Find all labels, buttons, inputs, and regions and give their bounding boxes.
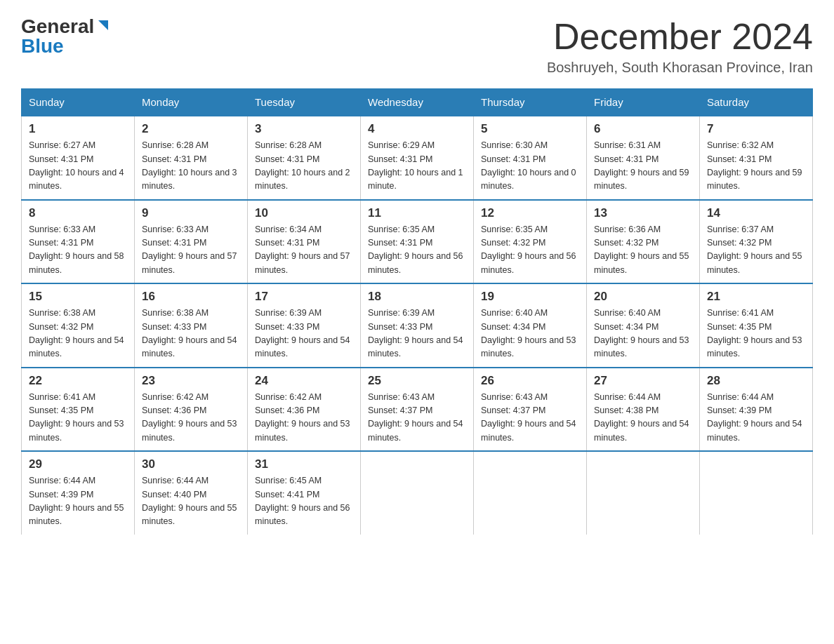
day-number: 10 bbox=[255, 206, 353, 220]
day-info: Sunrise: 6:44 AMSunset: 4:40 PMDaylight:… bbox=[142, 474, 240, 529]
day-info: Sunrise: 6:28 AMSunset: 4:31 PMDaylight:… bbox=[255, 139, 353, 194]
day-info: Sunrise: 6:44 AMSunset: 4:38 PMDaylight:… bbox=[594, 391, 692, 445]
day-number: 31 bbox=[255, 457, 353, 471]
header-thursday: Thursday bbox=[474, 89, 587, 116]
header-saturday: Saturday bbox=[700, 89, 813, 116]
day-number: 9 bbox=[142, 206, 240, 220]
day-info: Sunrise: 6:37 AMSunset: 4:32 PMDaylight:… bbox=[707, 223, 805, 278]
calendar-cell: 8Sunrise: 6:33 AMSunset: 4:31 PMDaylight… bbox=[22, 200, 135, 284]
calendar-cell: 7Sunrise: 6:32 AMSunset: 4:31 PMDaylight… bbox=[700, 116, 813, 200]
calendar-cell: 29Sunrise: 6:44 AMSunset: 4:39 PMDayligh… bbox=[22, 451, 135, 535]
day-info: Sunrise: 6:38 AMSunset: 4:33 PMDaylight:… bbox=[142, 307, 240, 361]
calendar-week-row: 1Sunrise: 6:27 AMSunset: 4:31 PMDaylight… bbox=[22, 116, 813, 200]
calendar-table: SundayMondayTuesdayWednesdayThursdayFrid… bbox=[21, 88, 813, 535]
day-number: 18 bbox=[368, 290, 466, 304]
logo-general-text: General bbox=[21, 17, 94, 36]
calendar-cell: 28Sunrise: 6:44 AMSunset: 4:39 PMDayligh… bbox=[700, 368, 813, 452]
day-number: 5 bbox=[481, 122, 579, 136]
day-number: 13 bbox=[594, 206, 692, 220]
day-number: 16 bbox=[142, 290, 240, 304]
day-info: Sunrise: 6:35 AMSunset: 4:31 PMDaylight:… bbox=[368, 223, 466, 278]
day-number: 29 bbox=[29, 457, 127, 471]
calendar-cell bbox=[587, 451, 700, 535]
calendar-cell: 26Sunrise: 6:43 AMSunset: 4:37 PMDayligh… bbox=[474, 368, 587, 452]
calendar-cell: 17Sunrise: 6:39 AMSunset: 4:33 PMDayligh… bbox=[248, 283, 361, 368]
day-number: 12 bbox=[481, 206, 579, 220]
calendar-cell: 18Sunrise: 6:39 AMSunset: 4:33 PMDayligh… bbox=[361, 283, 474, 368]
calendar-cell: 15Sunrise: 6:38 AMSunset: 4:32 PMDayligh… bbox=[22, 283, 135, 368]
day-info: Sunrise: 6:45 AMSunset: 4:41 PMDaylight:… bbox=[255, 474, 353, 529]
day-info: Sunrise: 6:31 AMSunset: 4:31 PMDaylight:… bbox=[594, 139, 692, 194]
location-subtitle: Boshruyeh, South Khorasan Province, Iran bbox=[547, 60, 813, 76]
calendar-cell: 30Sunrise: 6:44 AMSunset: 4:40 PMDayligh… bbox=[135, 451, 248, 535]
calendar-cell: 16Sunrise: 6:38 AMSunset: 4:33 PMDayligh… bbox=[135, 283, 248, 368]
day-number: 8 bbox=[29, 206, 127, 220]
calendar-cell bbox=[700, 451, 813, 535]
calendar-week-row: 29Sunrise: 6:44 AMSunset: 4:39 PMDayligh… bbox=[22, 451, 813, 535]
day-info: Sunrise: 6:42 AMSunset: 4:36 PMDaylight:… bbox=[142, 391, 240, 445]
day-number: 17 bbox=[255, 290, 353, 304]
day-number: 21 bbox=[707, 290, 805, 304]
day-number: 14 bbox=[707, 206, 805, 220]
day-number: 27 bbox=[594, 374, 692, 388]
header-monday: Monday bbox=[135, 89, 248, 116]
calendar-cell: 14Sunrise: 6:37 AMSunset: 4:32 PMDayligh… bbox=[700, 200, 813, 284]
header-tuesday: Tuesday bbox=[248, 89, 361, 116]
day-number: 6 bbox=[594, 122, 692, 136]
day-number: 19 bbox=[481, 290, 579, 304]
calendar-week-row: 8Sunrise: 6:33 AMSunset: 4:31 PMDaylight… bbox=[22, 200, 813, 284]
calendar-cell: 6Sunrise: 6:31 AMSunset: 4:31 PMDaylight… bbox=[587, 116, 700, 200]
calendar-cell: 13Sunrise: 6:36 AMSunset: 4:32 PMDayligh… bbox=[587, 200, 700, 284]
calendar-cell: 31Sunrise: 6:45 AMSunset: 4:41 PMDayligh… bbox=[248, 451, 361, 535]
day-info: Sunrise: 6:44 AMSunset: 4:39 PMDaylight:… bbox=[707, 391, 805, 445]
day-info: Sunrise: 6:40 AMSunset: 4:34 PMDaylight:… bbox=[481, 307, 579, 361]
calendar-week-row: 22Sunrise: 6:41 AMSunset: 4:35 PMDayligh… bbox=[22, 368, 813, 452]
day-info: Sunrise: 6:30 AMSunset: 4:31 PMDaylight:… bbox=[481, 139, 579, 194]
logo: General Blue bbox=[21, 17, 111, 56]
day-info: Sunrise: 6:39 AMSunset: 4:33 PMDaylight:… bbox=[255, 307, 353, 361]
calendar-cell: 5Sunrise: 6:30 AMSunset: 4:31 PMDaylight… bbox=[474, 116, 587, 200]
calendar-cell: 19Sunrise: 6:40 AMSunset: 4:34 PMDayligh… bbox=[474, 283, 587, 368]
day-info: Sunrise: 6:41 AMSunset: 4:35 PMDaylight:… bbox=[707, 307, 805, 361]
calendar-cell bbox=[361, 451, 474, 535]
day-number: 30 bbox=[142, 457, 240, 471]
calendar-header-row: SundayMondayTuesdayWednesdayThursdayFrid… bbox=[22, 89, 813, 116]
calendar-cell: 23Sunrise: 6:42 AMSunset: 4:36 PMDayligh… bbox=[135, 368, 248, 452]
day-number: 7 bbox=[707, 122, 805, 136]
day-info: Sunrise: 6:42 AMSunset: 4:36 PMDaylight:… bbox=[255, 391, 353, 445]
day-info: Sunrise: 6:32 AMSunset: 4:31 PMDaylight:… bbox=[707, 139, 805, 194]
day-number: 1 bbox=[29, 122, 127, 136]
calendar-cell: 21Sunrise: 6:41 AMSunset: 4:35 PMDayligh… bbox=[700, 283, 813, 368]
svg-marker-0 bbox=[98, 20, 108, 30]
calendar-cell: 25Sunrise: 6:43 AMSunset: 4:37 PMDayligh… bbox=[361, 368, 474, 452]
calendar-cell: 9Sunrise: 6:33 AMSunset: 4:31 PMDaylight… bbox=[135, 200, 248, 284]
day-info: Sunrise: 6:36 AMSunset: 4:32 PMDaylight:… bbox=[594, 223, 692, 278]
day-info: Sunrise: 6:38 AMSunset: 4:32 PMDaylight:… bbox=[29, 307, 127, 361]
day-info: Sunrise: 6:28 AMSunset: 4:31 PMDaylight:… bbox=[142, 139, 240, 194]
month-title: December 2024 bbox=[547, 17, 813, 57]
calendar-cell: 10Sunrise: 6:34 AMSunset: 4:31 PMDayligh… bbox=[248, 200, 361, 284]
day-number: 20 bbox=[594, 290, 692, 304]
header-wednesday: Wednesday bbox=[361, 89, 474, 116]
day-info: Sunrise: 6:33 AMSunset: 4:31 PMDaylight:… bbox=[142, 223, 240, 278]
calendar-cell bbox=[474, 451, 587, 535]
day-info: Sunrise: 6:41 AMSunset: 4:35 PMDaylight:… bbox=[29, 391, 127, 445]
calendar-cell: 11Sunrise: 6:35 AMSunset: 4:31 PMDayligh… bbox=[361, 200, 474, 284]
day-info: Sunrise: 6:40 AMSunset: 4:34 PMDaylight:… bbox=[594, 307, 692, 361]
day-info: Sunrise: 6:35 AMSunset: 4:32 PMDaylight:… bbox=[481, 223, 579, 278]
day-info: Sunrise: 6:29 AMSunset: 4:31 PMDaylight:… bbox=[368, 139, 466, 194]
calendar-week-row: 15Sunrise: 6:38 AMSunset: 4:32 PMDayligh… bbox=[22, 283, 813, 368]
calendar-cell: 12Sunrise: 6:35 AMSunset: 4:32 PMDayligh… bbox=[474, 200, 587, 284]
day-number: 26 bbox=[481, 374, 579, 388]
day-number: 3 bbox=[255, 122, 353, 136]
day-number: 4 bbox=[368, 122, 466, 136]
day-number: 23 bbox=[142, 374, 240, 388]
header-friday: Friday bbox=[587, 89, 700, 116]
header-sunday: Sunday bbox=[22, 89, 135, 116]
day-info: Sunrise: 6:43 AMSunset: 4:37 PMDaylight:… bbox=[481, 391, 579, 445]
day-number: 28 bbox=[707, 374, 805, 388]
day-number: 2 bbox=[142, 122, 240, 136]
day-info: Sunrise: 6:33 AMSunset: 4:31 PMDaylight:… bbox=[29, 223, 127, 278]
day-number: 25 bbox=[368, 374, 466, 388]
page-header: General Blue December 2024 Boshruyeh, So… bbox=[21, 17, 813, 76]
